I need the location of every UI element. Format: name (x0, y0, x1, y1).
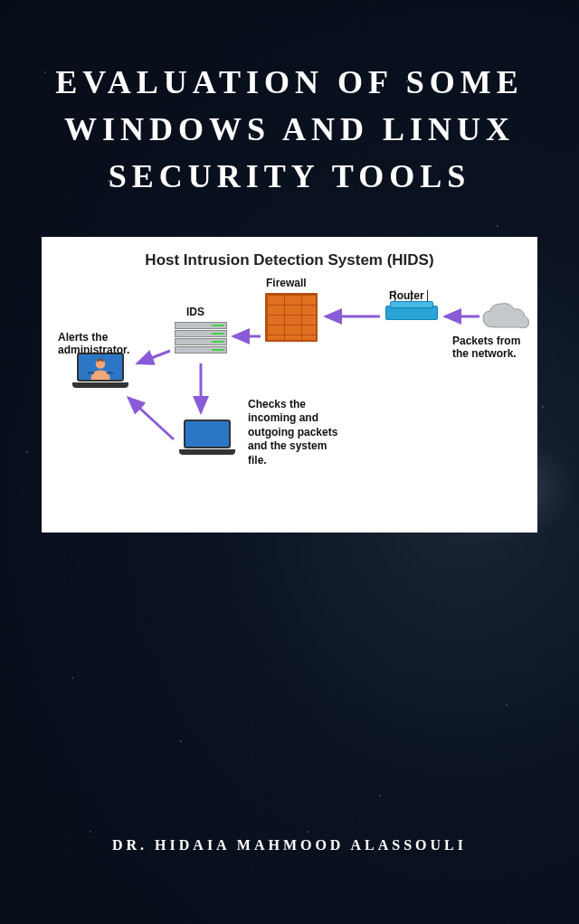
firewall-icon (265, 293, 318, 342)
cloud-icon (478, 298, 532, 335)
checks-label: Checks the incoming and outgoing packets… (248, 398, 338, 468)
packets-label: Packets from the network. (452, 335, 525, 361)
admin-laptop-icon (72, 353, 128, 392)
diagram-canvas: Firewall Router IDS (52, 282, 527, 513)
diagram-panel: Host Intrusion Detection System (HIDS) F… (42, 237, 537, 533)
svg-line-4 (138, 351, 170, 363)
alerts-label: Alerts the administrator. (58, 331, 130, 357)
svg-line-6 (128, 398, 174, 439)
ids-label: IDS (186, 306, 204, 318)
host-laptop-icon (179, 420, 235, 459)
diagram-title: Host Intrusion Detection System (HIDS) (52, 251, 527, 269)
author-name: DR. HIDAIA MAHMOOD ALASSOULI (0, 837, 579, 853)
ids-icon (175, 322, 227, 356)
firewall-label: Firewall (266, 277, 307, 289)
router-icon (385, 306, 440, 331)
